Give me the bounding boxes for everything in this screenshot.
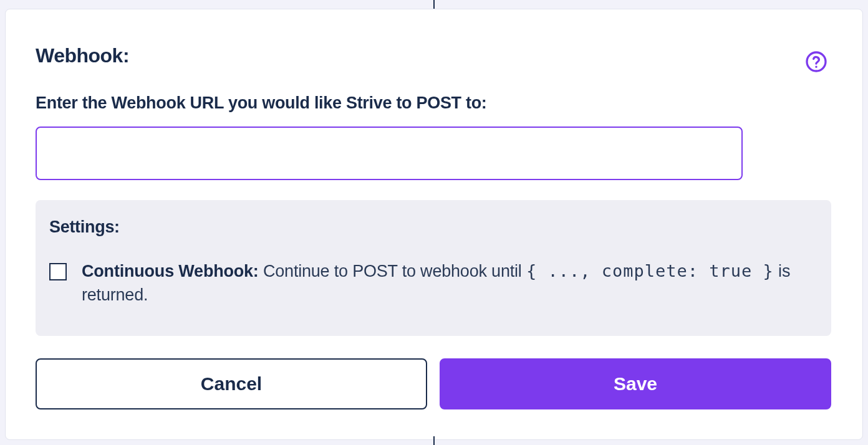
- help-circle-icon[interactable]: [805, 50, 827, 73]
- cancel-button[interactable]: Cancel: [36, 358, 427, 409]
- continuous-webhook-label-text-before: Continue to POST to webhook until: [259, 262, 526, 280]
- save-button[interactable]: Save: [440, 358, 831, 409]
- flow-connector-bottom: [433, 436, 435, 445]
- webhook-url-input[interactable]: [36, 127, 743, 180]
- flow-connector-top: [433, 0, 435, 9]
- url-field-label: Enter the Webhook URL you would like Str…: [36, 93, 832, 113]
- continuous-webhook-row: Continuous Webhook: Continue to POST to …: [49, 259, 817, 307]
- save-button-label: Save: [614, 373, 657, 395]
- button-row: Cancel Save: [36, 358, 831, 409]
- continuous-webhook-label-bold: Continuous Webhook:: [82, 262, 259, 280]
- continuous-webhook-checkbox[interactable]: [49, 263, 67, 280]
- url-input-wrap: [36, 127, 832, 180]
- settings-panel: Settings: Continuous Webhook: Continue t…: [36, 200, 831, 336]
- continuous-webhook-label: Continuous Webhook: Continue to POST to …: [82, 259, 817, 307]
- settings-title: Settings:: [49, 218, 817, 237]
- card-title: Webhook:: [36, 44, 832, 67]
- continuous-webhook-label-code: { ..., complete: true }: [526, 261, 774, 280]
- cancel-button-label: Cancel: [201, 373, 262, 395]
- webhook-config-card: Webhook: Enter the Webhook URL you would…: [5, 9, 863, 440]
